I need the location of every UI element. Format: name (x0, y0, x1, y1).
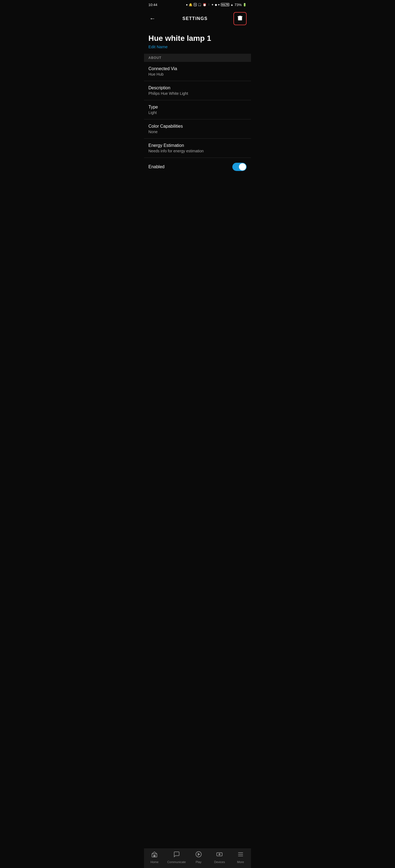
home-icon (151, 851, 158, 859)
edit-name-link[interactable]: Edit Name (148, 44, 168, 49)
settings-list: Connected Via Hue Hub Description Philip… (144, 62, 251, 176)
alarm-icon: ⏰ (203, 3, 206, 7)
devices-svg (216, 851, 223, 858)
more-icon (237, 851, 244, 859)
energy-estimation-item: Energy Estimation Needs info for energy … (144, 138, 251, 158)
location-icon: ◆ (215, 3, 217, 7)
toggle-knob (239, 163, 246, 170)
communicate-svg (173, 851, 180, 858)
type-value: Light (148, 111, 247, 115)
about-section-header: ABOUT (144, 54, 251, 62)
bottom-navigation: Home Communicate Play Devices (144, 848, 251, 868)
devices-label: Devices (214, 860, 225, 864)
nav-item-more[interactable]: More (232, 851, 249, 864)
signal-icon: ▲ (230, 3, 233, 6)
nfc-icon: N (194, 3, 197, 6)
status-time: 10:44 (148, 3, 158, 7)
trash-icon (237, 15, 243, 23)
nav-item-communicate[interactable]: Communicate (167, 851, 186, 864)
description-item: Description Philips Hue White Light (144, 81, 251, 100)
enabled-label: Enabled (148, 164, 165, 169)
description-label: Description (148, 86, 247, 90)
svg-marker-10 (198, 853, 200, 856)
play-label: Play (196, 860, 201, 864)
type-item: Type Light (144, 100, 251, 120)
nav-item-devices[interactable]: Devices (211, 851, 228, 864)
nav-item-home[interactable]: Home (146, 851, 163, 864)
battery-icon: 🔋 (243, 3, 247, 7)
bluetooth-icon: ✦ (211, 3, 214, 7)
devices-icon (216, 851, 223, 859)
nav-item-play[interactable]: Play (190, 851, 207, 864)
communicate-label: Communicate (167, 860, 186, 864)
page-title: SETTINGS (182, 16, 208, 21)
status-icons: ● 🔔 N 🎧 ⏰ ⋮ ✦ ◆ ▾ VoLTE ▲ 73% 🔋 (186, 3, 247, 7)
more-svg (237, 851, 244, 858)
device-name: Hue white lamp 1 (148, 34, 247, 43)
svg-point-12 (219, 854, 220, 855)
more-label: More (237, 860, 244, 864)
trash-svg (237, 15, 243, 21)
battery-level: 73% (234, 3, 242, 7)
play-icon (195, 851, 202, 859)
vibrate-icon: ⋮ (208, 3, 210, 6)
status-bar: 10:44 ● 🔔 N 🎧 ⏰ ⋮ ✦ ◆ ▾ VoLTE ▲ 73% 🔋 (144, 0, 251, 9)
whatsapp-icon: ● (186, 3, 188, 6)
delete-button[interactable] (233, 12, 247, 25)
type-label: Type (148, 105, 247, 110)
connected-via-label: Connected Via (148, 66, 247, 71)
color-capabilities-item: Color Capabilities None (144, 120, 251, 138)
energy-estimation-value: Needs info for energy estimation (148, 149, 247, 153)
headphone-icon: 🎧 (198, 3, 202, 7)
play-svg (195, 851, 202, 858)
spacer (144, 176, 251, 198)
lte-icon: VoLTE (221, 3, 229, 6)
device-name-section: Hue white lamp 1 Edit Name (144, 29, 251, 54)
back-button[interactable]: ← (148, 14, 157, 23)
notification-icon: 🔔 (189, 3, 193, 7)
enabled-toggle[interactable] (232, 163, 247, 171)
color-capabilities-label: Color Capabilities (148, 124, 247, 129)
wifi-icon: ▾ (218, 3, 220, 7)
color-capabilities-value: None (148, 130, 247, 134)
communicate-icon (173, 851, 180, 859)
connected-via-item: Connected Via Hue Hub (144, 62, 251, 81)
connected-via-value: Hue Hub (148, 72, 247, 76)
navigation-bar: ← SETTINGS (144, 9, 251, 29)
svg-rect-8 (153, 855, 156, 857)
description-value: Philips Hue White Light (148, 91, 247, 96)
home-svg (151, 851, 158, 858)
home-label: Home (150, 860, 159, 864)
enabled-row: Enabled (144, 158, 251, 176)
energy-estimation-label: Energy Estimation (148, 143, 247, 148)
